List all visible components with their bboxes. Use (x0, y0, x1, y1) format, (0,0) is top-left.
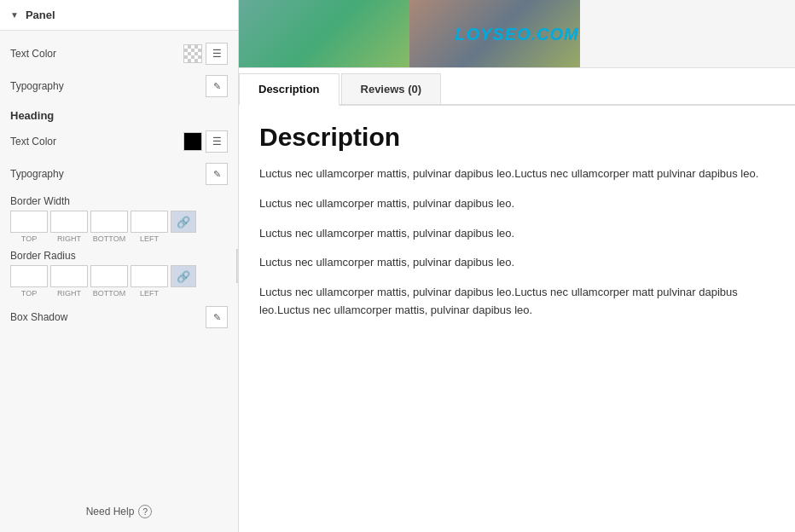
top-text-color-list-btn[interactable]: ☰ (206, 43, 228, 65)
top-typography-label: Typography (10, 80, 64, 92)
description-para-5: Luctus nec ullamcorper mattis, pulvinar … (259, 284, 775, 320)
border-radius-right[interactable] (50, 265, 88, 287)
heading-typography-row: Typography ✎ (10, 158, 228, 190)
description-para-4: Luctus nec ullamcorper mattis, pulvinar … (259, 254, 775, 272)
description-title: Description (259, 123, 775, 152)
content-area: Description Luctus nec ullamcorper matti… (239, 106, 795, 532)
box-shadow-edit-btn[interactable]: ✎ (206, 306, 228, 328)
box-shadow-row: Box Shadow ✎ (10, 299, 228, 335)
border-width-inputs: 🔗 (10, 211, 228, 233)
border-radius-bottom[interactable] (90, 265, 128, 287)
panel-header: ▼ Panel (0, 0, 238, 31)
heading-text-color-row: Text Color ☰ (10, 125, 228, 158)
border-width-left-label: LEFT (131, 234, 168, 243)
description-para-2: Luctus nec ullamcorper mattis, pulvinar … (259, 195, 775, 213)
border-width-bottom-label: BOTTOM (90, 234, 128, 243)
top-typography-edit-btn[interactable]: ✎ (206, 75, 228, 97)
top-text-color-label: Text Color (10, 48, 56, 60)
sidebar: ▼ Panel Text Color ☰ Typography ✎ Headin… (0, 0, 239, 532)
top-image-area: LOYSEO.COM (239, 0, 795, 68)
heading-text-color-label: Text Color (10, 136, 56, 147)
top-text-color-row: Text Color ☰ (10, 38, 228, 70)
heading-text-color-swatch[interactable] (183, 132, 202, 151)
border-width-sub-labels: TOP RIGHT BOTTOM LEFT (10, 234, 228, 243)
product-image-1 (239, 0, 409, 68)
border-radius-top[interactable] (10, 265, 48, 287)
panel-label: Panel (26, 9, 55, 21)
help-icon[interactable]: ? (138, 505, 152, 518)
border-width-section: Border Width 🔗 TOP RIGHT BOTTOM LEFT (10, 190, 228, 245)
border-radius-left[interactable] (131, 265, 168, 287)
top-typography-controls: ✎ (206, 75, 228, 97)
need-help[interactable]: Need Help ? (14, 505, 224, 518)
box-shadow-label: Box Shadow (10, 311, 67, 323)
border-width-link-btn[interactable]: 🔗 (171, 211, 196, 233)
border-radius-section: Border Radius 🔗 TOP RIGHT BOTTOM LEFT (10, 245, 228, 299)
heading-typography-label: Typography (10, 168, 64, 180)
border-radius-bottom-label: BOTTOM (90, 289, 128, 298)
border-radius-link-btn[interactable]: 🔗 (171, 265, 196, 287)
collapse-handle[interactable]: ‹ (236, 249, 239, 283)
border-radius-label: Border Radius (10, 250, 228, 262)
loyseo-watermark: LOYSEO.COM (455, 24, 579, 43)
border-radius-inputs: 🔗 (10, 265, 228, 287)
tabs-row: Description Reviews (0) (239, 68, 795, 106)
top-text-color-swatch[interactable] (183, 44, 202, 63)
panel-collapse-icon[interactable]: ▼ (10, 10, 19, 20)
top-section: Text Color ☰ Typography ✎ Heading Text C… (0, 31, 238, 342)
border-width-bottom[interactable] (90, 211, 128, 233)
border-width-top-label: TOP (10, 234, 48, 243)
heading-text-color-list-btn[interactable]: ☰ (206, 130, 228, 153)
border-radius-right-label: RIGHT (50, 289, 88, 298)
border-radius-left-label: LEFT (131, 289, 168, 298)
border-width-label: Border Width (10, 195, 228, 207)
heading-text-color-controls: ☰ (183, 130, 228, 153)
border-width-left[interactable] (131, 211, 168, 233)
border-width-right[interactable] (50, 211, 88, 233)
top-text-color-controls: ☰ (183, 43, 228, 65)
heading-label: Heading (10, 102, 228, 125)
border-width-right-label: RIGHT (50, 234, 88, 243)
sidebar-footer: Need Help ? (0, 491, 238, 532)
main-content: LOYSEO.COM Description Reviews (0) Descr… (239, 0, 795, 532)
heading-typography-controls: ✎ (206, 163, 228, 185)
description-para-3: Luctus nec ullamcorper mattis, pulvinar … (259, 225, 775, 243)
tab-reviews[interactable]: Reviews (0) (341, 73, 442, 104)
top-typography-row: Typography ✎ (10, 70, 228, 102)
tab-description[interactable]: Description (239, 73, 339, 106)
border-width-top[interactable] (10, 211, 48, 233)
need-help-label: Need Help (86, 506, 135, 518)
heading-typography-edit-btn[interactable]: ✎ (206, 163, 228, 185)
description-para-1: Luctus nec ullamcorper mattis, pulvinar … (259, 165, 775, 183)
border-radius-sub-labels: TOP RIGHT BOTTOM LEFT (10, 289, 228, 298)
border-radius-top-label: TOP (10, 289, 48, 298)
